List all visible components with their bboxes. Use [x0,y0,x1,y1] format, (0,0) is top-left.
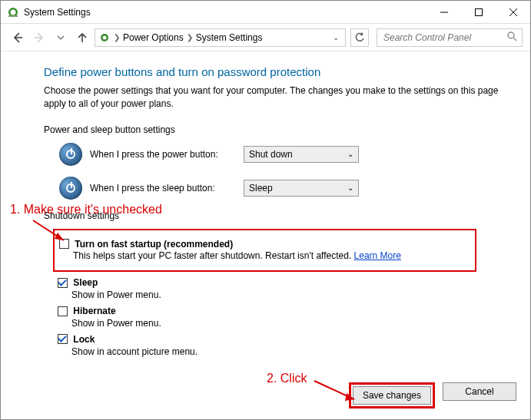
lock-checkbox[interactable] [58,334,68,344]
breadcrumb-item[interactable]: Power Options [123,32,184,43]
app-icon [7,6,19,18]
search-input[interactable] [382,31,517,44]
svg-point-11 [103,35,107,39]
button-row: Save changes Cancel [349,382,516,408]
annotation-arrow-icon [28,219,75,250]
sleep-button-row: When I press the sleep button: Sleep ⌄ [59,177,507,200]
chevron-right-icon: ❯ [112,33,121,41]
svg-marker-15 [55,233,64,240]
svg-point-1 [11,9,16,15]
svg-line-13 [513,38,516,41]
power-button-select[interactable]: Shut down ⌄ [244,146,359,163]
power-button-icon [59,143,82,166]
sleep-label: Sleep [73,277,98,288]
chevron-down-icon[interactable]: ⌄ [330,33,342,41]
svg-marker-17 [345,393,354,401]
sleep-button-icon [59,177,82,200]
refresh-button[interactable] [350,28,369,47]
breadcrumb-item[interactable]: System Settings [196,32,263,43]
hibernate-label: Hibernate [73,306,115,316]
section-power-sleep: Power and sleep button settings [44,124,507,135]
annotation-step1: 1. Make sure it's unchecked [10,203,162,217]
toolbar: ❯ Power Options ❯ System Settings ⌄ [1,24,530,51]
forward-button [30,28,48,47]
page-description: Choose the power settings that you want … [44,84,507,111]
breadcrumb[interactable]: ❯ Power Options ❯ System Settings ⌄ [95,28,346,47]
sleep-button-label: When I press the sleep button: [90,183,236,193]
sleep-button-select[interactable]: Sleep ⌄ [244,180,359,197]
annotation-arrow-icon [311,378,365,408]
chevron-down-icon: ⌄ [347,150,353,158]
fast-startup-label: Turn on fast startup (recommended) [75,238,233,249]
power-button-row: When I press the power button: Shut down… [59,143,507,166]
select-value: Shut down [249,149,293,160]
page-heading: Define power buttons and turn on passwor… [44,65,507,78]
maximize-button[interactable] [461,1,496,23]
back-button[interactable] [8,28,27,47]
close-button[interactable] [496,1,530,23]
minimize-button[interactable] [426,1,461,23]
hibernate-checkbox[interactable] [58,306,68,316]
hibernate-desc: Show in Power menu. [71,318,507,329]
sleep-desc: Show in Power menu. [71,289,507,300]
svg-rect-4 [475,8,482,15]
power-options-icon [98,31,111,44]
svg-rect-2 [8,15,18,17]
titlebar: System Settings [1,1,530,24]
sleep-checkbox[interactable] [58,278,68,288]
chevron-right-icon: ❯ [185,33,194,41]
svg-point-12 [508,32,514,38]
learn-more-link[interactable]: Learn More [354,250,401,261]
select-value: Sleep [249,183,273,193]
fast-startup-desc: This helps start your PC faster after sh… [73,250,354,261]
annotation-step2: 2. Click [267,372,307,385]
window-title: System Settings [24,7,91,18]
chevron-down-icon: ⌄ [347,184,353,192]
search-box[interactable] [377,28,523,47]
annotation-highlight-box: Turn on fast startup (recommended) This … [53,229,476,273]
lock-desc: Show in account picture menu. [71,346,507,357]
up-button[interactable] [73,28,91,47]
recent-dropdown[interactable] [51,28,70,47]
lock-label: Lock [73,334,95,345]
search-icon [507,31,517,44]
power-button-label: When I press the power button: [90,149,236,160]
cancel-button[interactable]: Cancel [443,382,516,401]
